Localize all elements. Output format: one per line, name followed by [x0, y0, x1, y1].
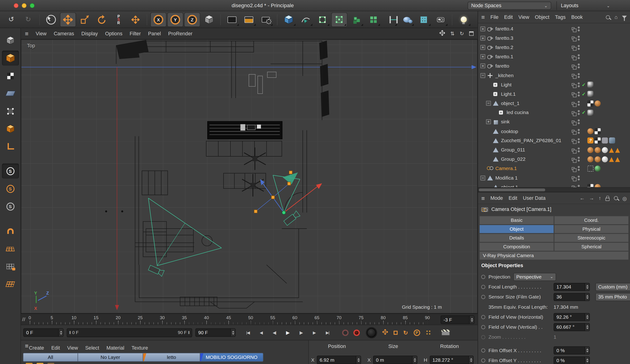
expander-icon[interactable]: +	[480, 36, 485, 41]
enabled-check-icon[interactable]: ✓	[582, 110, 586, 115]
menu-texture[interactable]: Texture	[132, 345, 148, 351]
rotate-tool-button[interactable]	[94, 12, 110, 27]
keyframe-dot[interactable]	[481, 335, 485, 339]
menu-user-data[interactable]: User Data	[523, 195, 546, 201]
live-selection-button[interactable]	[43, 12, 59, 27]
search-icon[interactable]	[614, 196, 618, 200]
points-mode-button[interactable]	[2, 104, 19, 118]
keyframe-dot[interactable]	[481, 315, 485, 319]
tab-coord[interactable]: Coord.	[554, 216, 628, 224]
visibility-dots[interactable]	[578, 175, 580, 180]
brown-tag-icon[interactable]	[595, 156, 601, 162]
layouts-dropdown[interactable]: Layouts ⌄	[561, 2, 610, 10]
layer-squares-icon[interactable]	[572, 102, 574, 105]
minimize-window-button[interactable]	[22, 3, 26, 8]
brown-tag-icon[interactable]	[588, 128, 594, 134]
range-start-label[interactable]: ‖ 0 F	[69, 330, 79, 335]
key-scale-button[interactable]	[394, 331, 398, 335]
object-label[interactable]: object_1	[501, 101, 520, 106]
expander-icon[interactable]: +	[480, 64, 485, 68]
object-label[interactable]: Modifica 1	[495, 175, 518, 181]
start-frame-field[interactable]: 0 F	[23, 328, 64, 337]
tab-stereoscopic[interactable]: Stereoscopic	[554, 234, 628, 242]
object-row-object-1[interactable]: object 1	[478, 183, 630, 187]
node-spaces-dropdown[interactable]: Node Spaces ⌄	[468, 2, 551, 10]
menu-edit[interactable]: Edit	[51, 345, 60, 351]
visibility-toggles[interactable]	[572, 110, 580, 115]
object-label[interactable]: Light	[501, 82, 512, 87]
visibility-dots[interactable]	[578, 26, 580, 31]
array-button[interactable]	[365, 12, 381, 27]
keyframe-dot[interactable]	[481, 358, 485, 362]
object-row-light-1[interactable]: Light.1✓	[478, 89, 630, 99]
object-row-group-011[interactable]: Group_011	[478, 145, 630, 154]
tab-basic[interactable]: Basic	[480, 216, 554, 224]
visibility-toggles[interactable]	[572, 129, 580, 134]
menu-mode[interactable]: Mode	[490, 195, 503, 201]
value-stepper[interactable]	[585, 283, 590, 290]
object-row-cooktop[interactable]: cooktop	[478, 127, 630, 136]
menu-panel[interactable]: Panel	[148, 31, 161, 36]
keyframe-dot[interactable]	[481, 348, 485, 352]
blue-tag-icon[interactable]	[609, 137, 615, 144]
menu-prorender[interactable]: ProRender	[168, 31, 193, 36]
bw-tag-icon[interactable]	[588, 91, 594, 97]
brown-tag-icon[interactable]	[588, 156, 594, 162]
measure-tool-button[interactable]	[382, 12, 398, 27]
object-label[interactable]: sink	[501, 119, 510, 125]
white-tag-icon[interactable]	[602, 147, 608, 153]
menu-view[interactable]: View	[36, 31, 46, 36]
value-stepper[interactable]	[585, 357, 590, 364]
key-position-button[interactable]	[382, 329, 388, 336]
visibility-dots[interactable]	[578, 120, 580, 124]
object-row-led-cucina[interactable]: led cucina✓	[478, 108, 630, 117]
layer-squares-icon[interactable]	[572, 55, 574, 58]
checker-tag-icon[interactable]	[588, 100, 594, 106]
dashed-tag-icon[interactable]	[588, 166, 594, 172]
search-icon[interactable]	[606, 15, 610, 19]
object-row-faretto-3[interactable]: +faretto.3	[478, 33, 630, 43]
object-row-object-1[interactable]: −object_1	[478, 99, 630, 108]
coord-value-field[interactable]: 0 m	[373, 356, 417, 364]
value-stepper[interactable]	[585, 293, 590, 300]
menu-view[interactable]: View	[518, 14, 529, 20]
value-stepper[interactable]	[585, 323, 590, 331]
layer-squares-icon[interactable]	[572, 121, 574, 123]
value-stepper[interactable]	[585, 347, 590, 354]
object-row-camera-1[interactable]: Camera.1	[478, 164, 630, 173]
expander-icon[interactable]: −	[480, 73, 485, 78]
lock-icon[interactable]	[606, 197, 610, 201]
object-label[interactable]: led cucina	[506, 110, 529, 115]
visibility-dots[interactable]	[578, 73, 580, 78]
visibility-toggles[interactable]	[572, 82, 580, 87]
visibility-dots[interactable]	[578, 138, 580, 143]
pan-view-icon[interactable]	[440, 30, 445, 37]
object-label[interactable]: Camera.1	[495, 166, 517, 171]
visibility-toggles[interactable]	[572, 45, 580, 50]
menu-book[interactable]: Book	[571, 14, 582, 20]
cloner-button[interactable]	[348, 12, 364, 27]
go-to-start-button[interactable]: |◀	[241, 327, 254, 338]
layer-squares-icon[interactable]	[572, 27, 574, 30]
key-parameter-button[interactable]: P	[414, 329, 420, 336]
layer-squares-icon[interactable]	[572, 177, 574, 179]
menu-view[interactable]: View	[67, 345, 78, 351]
planar-workplane-button[interactable]	[2, 276, 19, 291]
hamburger-icon[interactable]: ≡	[25, 343, 28, 349]
range-end-label[interactable]: 90 F ‖	[178, 330, 190, 335]
menu-cameras[interactable]: Cameras	[54, 31, 74, 36]
visibility-toggles[interactable]	[572, 175, 580, 180]
key-pla-button[interactable]	[426, 330, 431, 335]
frame-stepper[interactable]	[469, 316, 474, 324]
unit-select[interactable]: 35 mm Photo⌄	[595, 293, 630, 301]
scrollbar-thumb[interactable]	[479, 188, 545, 191]
scale-tool-button[interactable]	[77, 12, 93, 27]
visibility-dots[interactable]	[578, 91, 580, 96]
layer-squares-icon[interactable]	[572, 148, 574, 151]
visibility-dots[interactable]	[578, 185, 580, 187]
layer-button-mobilio-soggiorno[interactable]: MOBILIO SOGGIORNO	[200, 353, 263, 362]
object-label[interactable]: faretto	[495, 63, 509, 69]
tab-object[interactable]: Object	[480, 225, 554, 233]
record-button[interactable]	[342, 329, 348, 336]
matrix-button[interactable]	[416, 12, 432, 27]
